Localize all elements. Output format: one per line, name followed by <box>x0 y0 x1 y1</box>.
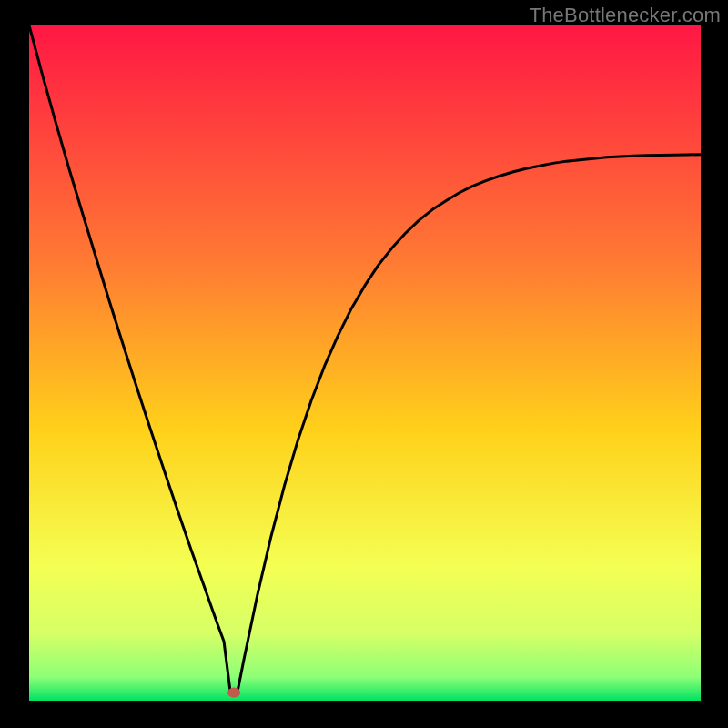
chart-container: TheBottleneсker.com <box>0 0 728 728</box>
bottleneck-chart <box>0 0 728 728</box>
optimal-point-marker <box>228 688 240 698</box>
watermark-text: TheBottleneсker.com <box>530 4 721 27</box>
